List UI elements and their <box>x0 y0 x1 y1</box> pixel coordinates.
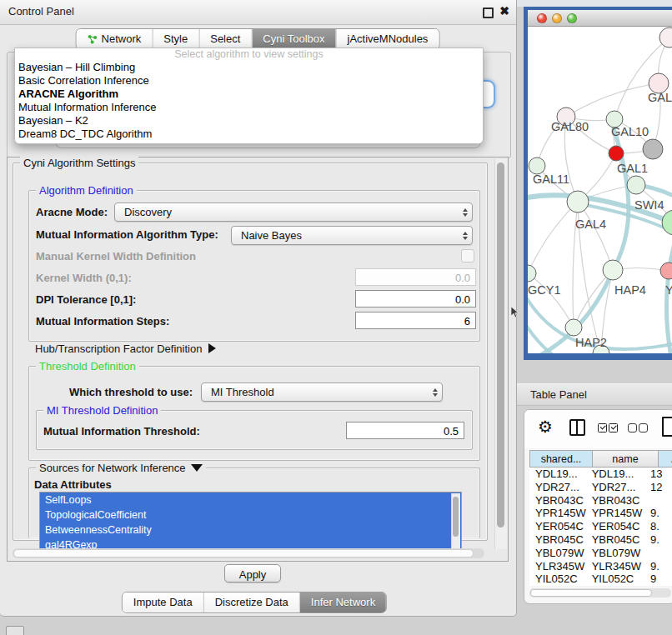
hub-definition-expander[interactable]: Hub/Transcription Factor Definition <box>35 342 216 355</box>
table-header-row: shared...nameA <box>529 450 672 468</box>
network-node-swi4[interactable] <box>662 210 672 235</box>
which-threshold-combo[interactable]: MI Threshold <box>201 382 443 402</box>
column-header-shared[interactable]: shared... <box>529 450 593 468</box>
minimized-panel-button[interactable] <box>6 626 24 635</box>
table-panel-title: Table Panel <box>530 388 587 401</box>
tab-network-label: Network <box>102 29 142 49</box>
network-node-gal4[interactable] <box>567 191 589 212</box>
dropdown-item-mutual-information-inference[interactable]: Mutual Information Inference <box>15 101 483 114</box>
network-node-red[interactable] <box>609 146 624 161</box>
manual-kernel-checkbox[interactable] <box>461 249 474 262</box>
tab-style[interactable]: Style <box>152 29 198 49</box>
column-header-name[interactable]: name <box>593 450 659 468</box>
checked-checkbox-icon[interactable] <box>609 423 618 432</box>
dropdown-item-dream8-dc-tdc-algorithm[interactable]: Dream8 DC_TDC Algorithm <box>15 128 483 141</box>
float-window-icon[interactable] <box>483 8 494 18</box>
checked-checkbox-icon[interactable] <box>598 423 607 432</box>
split-columns-icon[interactable] <box>569 419 585 436</box>
table-cell: YDR27... <box>586 481 644 494</box>
tab-select[interactable]: Select <box>198 29 251 49</box>
close-icon[interactable]: ✖ <box>499 4 509 18</box>
settings-vertical-scrollbar[interactable] <box>494 159 507 549</box>
table-row[interactable]: YBL079WYBL079W <box>529 547 672 560</box>
document-icon[interactable] <box>662 417 672 437</box>
table-cell: YER054C <box>586 520 644 533</box>
unchecked-checkbox-icon[interactable] <box>628 423 637 432</box>
table-cell: YLR345W <box>586 560 644 573</box>
tab-infer-network[interactable]: Infer Network <box>299 592 386 612</box>
network-window-titlebar[interactable] <box>528 10 672 27</box>
manual-kernel-label: Manual Kernel Width Definition <box>36 250 196 262</box>
table-cell: YPR145W <box>529 507 586 520</box>
dropdown-item-bayesian-hill-climbing[interactable]: Bayesian – Hill Climbing <box>15 61 483 74</box>
table-row[interactable]: YDL19...YDL19...13 <box>529 468 672 481</box>
network-node-gal1[interactable] <box>627 176 645 194</box>
table-cell: YER054C <box>529 520 586 533</box>
tab-discretize-data[interactable]: Discretize Data <box>203 592 299 612</box>
table-cell: YDR27... <box>529 481 586 494</box>
aracne-mode-combo[interactable]: Discovery <box>114 202 473 222</box>
cyni-settings-group: Cyni Algorithm Settings Algorithm Defini… <box>13 162 488 541</box>
mi-type-label: Mutual Information Algorithm Type: <box>36 228 218 241</box>
network-node-label: HAP2 <box>575 336 607 349</box>
mac-close-button[interactable] <box>537 13 547 23</box>
algorithm-definition-title: Algorithm Definition <box>36 184 137 197</box>
table-cell: YIL052C <box>586 572 644 586</box>
hub-definition-label: Hub/Transcription Factor Definition <box>35 342 202 355</box>
attribute-item-topologicalcoefficient[interactable]: TopologicalCoefficient <box>40 508 461 522</box>
attribute-item-selfloops[interactable]: SelfLoops <box>40 492 461 508</box>
tab-cyni-toolbox[interactable]: Cyni Toolbox <box>251 29 335 49</box>
network-node-gray[interactable] <box>643 139 663 159</box>
mi-type-value: Naive Bayes <box>241 229 302 242</box>
table-row[interactable]: YER054CYER054C8. <box>529 520 672 533</box>
settings-horizontal-scrollbar[interactable] <box>13 548 484 558</box>
mi-type-combo[interactable]: Naive Bayes <box>231 226 473 245</box>
table-row[interactable]: YBR045CYBR045C9. <box>529 533 672 547</box>
dropdown-item-basic-correlation-inference[interactable]: Basic Correlation Inference <box>15 74 483 88</box>
tab-discretize-data-label: Discretize Data <box>215 592 288 612</box>
table-row[interactable]: YLR345WYLR345W9. <box>529 560 672 573</box>
dpi-tolerance-field[interactable]: 0.0 <box>355 290 476 308</box>
network-window: GALGAL80GAL10GAL1GAL11SWI4GAL4GCY1HAP4YH… <box>524 7 672 360</box>
mi-threshold-field[interactable]: 0.5 <box>346 422 464 439</box>
network-canvas[interactable]: GALGAL80GAL10GAL1GAL11SWI4GAL4GCY1HAP4YH… <box>528 27 672 353</box>
table-row[interactable]: YDR27...YDR27...12 <box>529 481 672 494</box>
table-horizontal-scrollbar[interactable] <box>529 588 671 598</box>
unchecked-checkbox-icon[interactable] <box>639 423 648 432</box>
dropdown-item-aracne-algorithm[interactable]: ARACNE Algorithm <box>15 88 483 101</box>
network-node-hap4[interactable] <box>603 260 623 280</box>
network-node-y[interactable] <box>660 262 672 279</box>
network-node-gal11[interactable] <box>529 158 545 174</box>
sources-title-text[interactable]: Sources for Network Inference <box>39 462 186 474</box>
table-cell: 9. <box>644 507 672 520</box>
column-header-a[interactable]: A <box>659 450 672 468</box>
gear-icon[interactable]: ⚙ <box>538 417 553 437</box>
list-scrollbar[interactable] <box>451 493 460 553</box>
table-cell: YIL052C <box>529 572 586 586</box>
tab-infer-network-label: Infer Network <box>311 592 375 612</box>
sources-group-title: Sources for Network Inference <box>36 462 206 474</box>
tab-jactivemnodules[interactable]: jActiveMNodules <box>336 29 439 49</box>
attribute-item-betweennesscentrality[interactable]: BetweennessCentrality <box>40 522 461 538</box>
table-cell: 9. <box>644 533 672 547</box>
tab-impute-data[interactable]: Impute Data <box>123 592 203 612</box>
table-row[interactable]: YIL052CYIL052C9 <box>529 572 672 586</box>
mi-threshold-group-title: MI Threshold Definition <box>43 404 161 417</box>
kernel-width-field[interactable]: 0.0 <box>355 268 476 286</box>
network-node-label: GAL80 <box>551 120 589 133</box>
mac-minimize-button[interactable] <box>552 13 562 23</box>
table-cell: YBL079W <box>529 547 586 560</box>
table-cell: YBL079W <box>586 547 644 560</box>
table-cell: YBR043C <box>529 494 586 508</box>
table-row[interactable]: YPR145WYPR145W9. <box>529 507 672 520</box>
algorithm-dropdown-items: Bayesian – Hill ClimbingBasic Correlatio… <box>15 61 483 141</box>
mac-zoom-button[interactable] <box>567 13 577 23</box>
algorithm-combo-fragment[interactable] <box>482 80 495 108</box>
cyni-settings-group-title: Cyni Algorithm Settings <box>20 157 138 169</box>
tab-network[interactable]: Network <box>77 29 153 49</box>
mi-steps-field[interactable]: 6 <box>355 312 476 329</box>
dropdown-item-bayesian-k2[interactable]: Bayesian – K2 <box>15 114 483 128</box>
apply-button[interactable]: Apply <box>224 564 281 582</box>
network-node-hap2[interactable] <box>565 319 582 336</box>
table-row[interactable]: YBR043CYBR043C <box>529 494 672 508</box>
